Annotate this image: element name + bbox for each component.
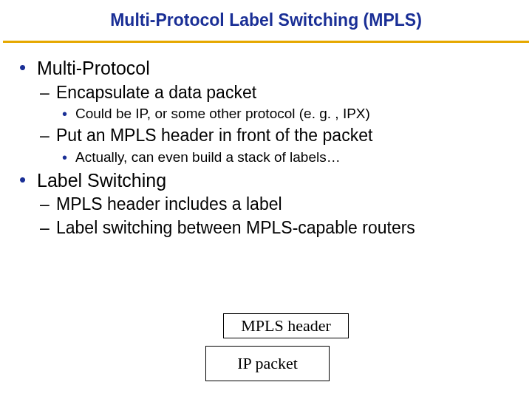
bullet-encapsulate: Encapsulate a data packet Could be IP, o… bbox=[37, 82, 513, 124]
ip-packet-box: IP packet bbox=[205, 346, 330, 381]
bullet-stack-of-labels: Actually, can even build a stack of labe… bbox=[56, 149, 513, 167]
slide-title: Multi-Protocol Label Switching (MPLS) bbox=[15, 10, 517, 30]
bullet-text: Put an MPLS header in front of the packe… bbox=[56, 126, 372, 145]
bullet-list-level2: Encapsulate a data packet Could be IP, o… bbox=[37, 82, 513, 167]
bullet-text: MPLS header includes a label bbox=[56, 194, 282, 214]
bullet-text: Encapsulate a data packet bbox=[56, 83, 256, 102]
bullet-list-level1: Multi-Protocol Encapsulate a data packet… bbox=[19, 56, 513, 239]
bullet-header-includes-label: MPLS header includes a label bbox=[37, 194, 513, 216]
bullet-list-level3: Could be IP, or some other protocol (e. … bbox=[56, 105, 513, 123]
mpls-header-box: MPLS header bbox=[223, 313, 349, 338]
bullet-switching-routers: Label switching between MPLS-capable rou… bbox=[37, 217, 513, 239]
slide-content: Multi-Protocol Encapsulate a data packet… bbox=[0, 43, 532, 239]
title-area: Multi-Protocol Label Switching (MPLS) bbox=[0, 0, 532, 36]
bullet-multi-protocol: Multi-Protocol Encapsulate a data packet… bbox=[19, 56, 513, 167]
slide: Multi-Protocol Label Switching (MPLS) Mu… bbox=[0, 0, 532, 399]
bullet-list-level2: MPLS header includes a label Label switc… bbox=[37, 194, 513, 239]
packet-diagram: MPLS header IP packet bbox=[183, 313, 349, 381]
bullet-list-level3: Actually, can even build a stack of labe… bbox=[56, 149, 513, 167]
bullet-label-switching: Label Switching MPLS header includes a l… bbox=[19, 168, 513, 239]
bullet-text: Label Switching bbox=[37, 170, 166, 191]
bullet-put-header: Put an MPLS header in front of the packe… bbox=[37, 125, 513, 167]
bullet-text: Could be IP, or some other protocol (e. … bbox=[75, 106, 370, 121]
bullet-text: Label switching between MPLS-capable rou… bbox=[56, 218, 415, 237]
bullet-could-be-ip: Could be IP, or some other protocol (e. … bbox=[56, 105, 513, 123]
bullet-text: Multi-Protocol bbox=[37, 58, 150, 78]
bullet-text: Actually, can even build a stack of labe… bbox=[75, 149, 341, 165]
